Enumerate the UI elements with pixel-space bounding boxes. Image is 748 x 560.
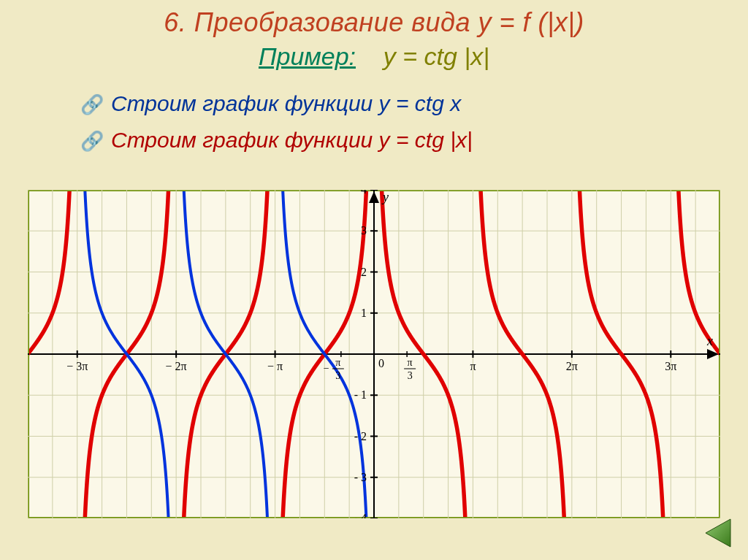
svg-text:y: y <box>381 190 389 204</box>
chart-svg: xy0− 3π− 2π− ππ2π3π- 4- 3- 2- 11234−π3π3 <box>28 190 720 518</box>
bullet-text: Строим график функции y = ctg x <box>111 91 461 116</box>
bullet-item-blue: 🔗 Строим график функции y = ctg x <box>80 91 748 116</box>
chart-axes <box>28 190 720 518</box>
svg-text:− π: − π <box>267 360 283 372</box>
link-icon: 🔗 <box>80 93 104 116</box>
svg-text:3: 3 <box>408 370 413 381</box>
svg-text:2: 2 <box>361 266 367 278</box>
svg-text:x: x <box>706 334 713 348</box>
svg-text:4: 4 <box>361 190 367 196</box>
svg-text:− 3π: − 3π <box>66 360 88 372</box>
chart-container: xy0− 3π− 2π− ππ2π3π- 4- 3- 2- 11234−π3π3 <box>28 190 720 518</box>
svg-text:3: 3 <box>361 224 367 237</box>
svg-text:- 3: - 3 <box>354 471 367 483</box>
svg-text:3: 3 <box>335 370 340 381</box>
svg-text:π: π <box>408 357 413 368</box>
svg-text:− 2π: − 2π <box>166 360 187 372</box>
title-line1: 6. Преобразование вида y = f (|x|) <box>0 7 748 38</box>
svg-marker-83 <box>706 519 730 547</box>
svg-text:2π: 2π <box>566 360 578 372</box>
example-label: Пример: <box>259 42 356 70</box>
prev-button[interactable] <box>701 516 735 550</box>
svg-text:- 1: - 1 <box>354 388 367 401</box>
slide-title: 6. Преобразование вида y = f (|x|) Приме… <box>0 0 748 71</box>
svg-text:1: 1 <box>361 307 367 319</box>
example-equation: y = ctg |x| <box>383 42 489 70</box>
svg-text:- 2: - 2 <box>354 430 367 442</box>
link-icon: 🔗 <box>80 130 104 153</box>
svg-text:0: 0 <box>378 357 384 369</box>
title-line2: Пример: y = ctg |x| <box>0 42 748 71</box>
svg-text:π: π <box>470 360 476 372</box>
svg-text:π: π <box>335 357 340 368</box>
svg-marker-42 <box>369 191 379 203</box>
bullet-text: Строим график функции y = ctg |x| <box>111 128 473 153</box>
svg-text:3π: 3π <box>665 360 676 372</box>
prev-triangle-icon <box>701 516 735 550</box>
bullet-item-red: 🔗 Строим график функции y = ctg |x| <box>80 128 748 153</box>
bullet-list: 🔗 Строим график функции y = ctg x 🔗 Стро… <box>80 91 748 153</box>
svg-text:−: − <box>324 363 329 374</box>
svg-text:- 4: - 4 <box>354 512 367 518</box>
